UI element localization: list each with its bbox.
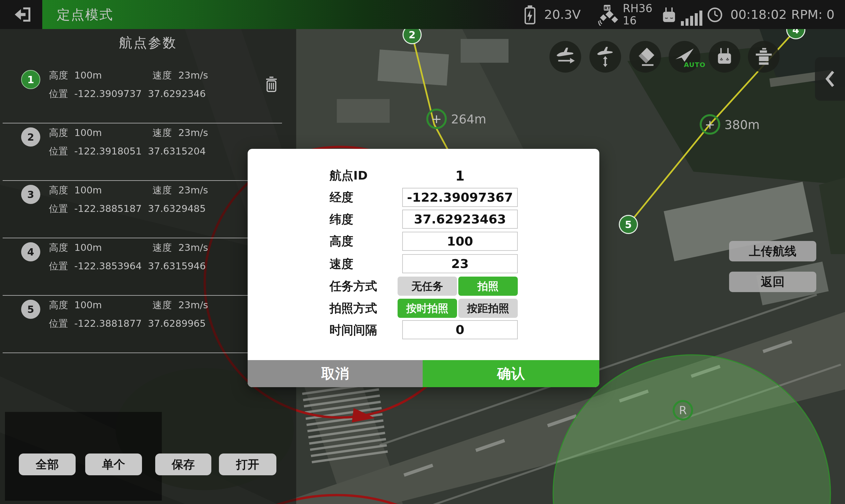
interval-input[interactable]	[402, 320, 518, 339]
chevron-left-icon	[825, 70, 836, 88]
altitude-label: 高度	[49, 241, 68, 254]
remote-controller-button[interactable]	[709, 41, 740, 73]
signal-strength-icon	[681, 10, 702, 26]
waypoint-id-value: 1	[402, 168, 518, 183]
rtk-status: RH36 16	[623, 2, 652, 27]
single-button[interactable]: 单个	[85, 453, 142, 475]
remote-link-icon	[660, 6, 678, 24]
position-label: 位置	[49, 87, 68, 100]
speed-label: 速度	[330, 257, 353, 271]
longitude-value: -122.3885187	[74, 202, 142, 215]
task-none-toggle[interactable]: 无任务	[398, 276, 457, 296]
auto-mission-button[interactable]: AUTO	[669, 41, 700, 73]
latitude-value: 37.6315204	[148, 145, 206, 158]
speed-value: 23m/s	[178, 183, 208, 197]
altitude-input[interactable]	[402, 232, 518, 251]
return-button[interactable]: 返回	[729, 272, 816, 292]
gimbal-icon	[754, 47, 773, 66]
speed-label: 速度	[153, 183, 172, 197]
plane-horizontal-icon	[555, 47, 576, 67]
mode-title: 定点模式	[57, 0, 113, 29]
auto-label: AUTO	[684, 61, 706, 69]
distance-marker-icon: +	[700, 114, 720, 135]
latitude-value: 37.6292346	[148, 87, 206, 100]
altitude-value: 100m	[74, 69, 102, 82]
waypoint-number-badge: 5	[21, 300, 40, 319]
waypoint-number-badge: 4	[21, 242, 40, 262]
plane-vertical-icon	[595, 47, 616, 67]
speed-label: 速度	[153, 69, 172, 82]
plane-vertical-button[interactable]	[589, 41, 621, 73]
altitude-label: 高度	[330, 234, 353, 249]
altitude-value: 100m	[74, 126, 102, 139]
waypoint-edit-dialog: 航点ID 1 经度 纬度 高度 速度 任务方式 无任务 拍照 拍照方式 按时拍照…	[248, 149, 599, 387]
altitude-label: 高度	[49, 183, 68, 197]
altitude-value: 100m	[74, 299, 102, 311]
waypoint-number-badge: 2	[21, 127, 40, 146]
delete-waypoint-button[interactable]	[261, 73, 282, 96]
open-button[interactable]: 打开	[219, 453, 276, 475]
confirm-button[interactable]: 确认	[423, 360, 599, 387]
distance-marker-icon: +	[426, 109, 447, 129]
longitude-value: -122.3881877	[74, 317, 142, 330]
waypoint-number-badge: 3	[21, 185, 40, 204]
rtk-count: 16	[623, 15, 652, 27]
latitude-value: 37.6315946	[148, 259, 206, 273]
altitude-label: 高度	[49, 126, 68, 139]
upload-route-button[interactable]: 上传航线	[729, 241, 816, 262]
position-label: 位置	[49, 202, 68, 215]
altitude-value: 100m	[74, 241, 102, 254]
longitude-input[interactable]	[402, 188, 518, 207]
trash-icon	[264, 75, 279, 94]
waypoint-number-badge: 1	[21, 70, 40, 89]
speed-value: 23m/s	[178, 241, 208, 254]
latitude-value: 37.6329485	[148, 202, 206, 215]
panel-collapse-tab[interactable]	[815, 57, 845, 101]
position-label: 位置	[49, 317, 68, 330]
speed-label: 速度	[153, 241, 172, 254]
longitude-value: -122.3909737	[74, 87, 142, 100]
position-label: 位置	[49, 145, 68, 158]
flight-time: 00:18:02	[730, 0, 787, 29]
panel-title: 航点参数	[0, 34, 296, 52]
photo-timed-toggle[interactable]: 按时拍照	[398, 299, 457, 318]
waypoint-marker-5[interactable]: 5	[619, 215, 638, 234]
longitude-label: 经度	[330, 190, 353, 205]
rpm-readout: RPM: 0	[791, 0, 834, 29]
battery-icon	[523, 5, 537, 25]
svg-text:RTK: RTK	[604, 6, 614, 11]
back-button[interactable]	[6, 3, 38, 26]
all-button[interactable]: 全部	[19, 453, 76, 475]
distance-label-380: 380m	[724, 118, 760, 132]
speed-value: 23m/s	[178, 69, 208, 82]
altitude-value: 100m	[74, 183, 102, 197]
save-button[interactable]: 保存	[155, 453, 211, 475]
rtk-satellite-icon: RTK	[597, 4, 620, 26]
task-photo-toggle[interactable]: 拍照	[458, 276, 518, 296]
interval-label: 时间间隔	[330, 323, 377, 337]
gimbal-button[interactable]	[748, 41, 780, 73]
photo-distance-toggle[interactable]: 按距拍照	[458, 299, 518, 318]
row-divider	[3, 353, 282, 353]
longitude-value: -122.3918051	[74, 145, 142, 158]
plane-horizontal-button[interactable]	[549, 41, 581, 73]
top-status-bar: 定点模式 20.3V RTK RH36 16	[0, 0, 845, 29]
app-screen: 2 4 5 + 264m + 380m R AUTO	[0, 0, 845, 504]
speed-label: 速度	[153, 299, 172, 311]
altitude-label: 高度	[49, 69, 68, 82]
erase-route-button[interactable]	[629, 41, 661, 73]
altitude-label: 高度	[49, 299, 68, 311]
battery-voltage: 20.3V	[544, 0, 581, 29]
speed-value: 23m/s	[178, 126, 208, 139]
photo-mode-label: 拍照方式	[330, 301, 377, 316]
speed-value: 23m/s	[178, 299, 208, 311]
speed-input[interactable]	[402, 254, 518, 273]
latitude-label: 纬度	[330, 212, 353, 227]
latitude-input[interactable]	[402, 210, 518, 229]
home-point-marker: R	[673, 400, 693, 420]
latitude-value: 37.6289965	[148, 317, 206, 330]
distance-label-264: 264m	[451, 112, 487, 126]
clock-icon	[707, 6, 723, 23]
cancel-button[interactable]: 取消	[248, 360, 423, 387]
waypoint-row[interactable]: 1 高度 100m 速度 23m/s 位置 -122.3909737 37.62…	[0, 66, 296, 123]
